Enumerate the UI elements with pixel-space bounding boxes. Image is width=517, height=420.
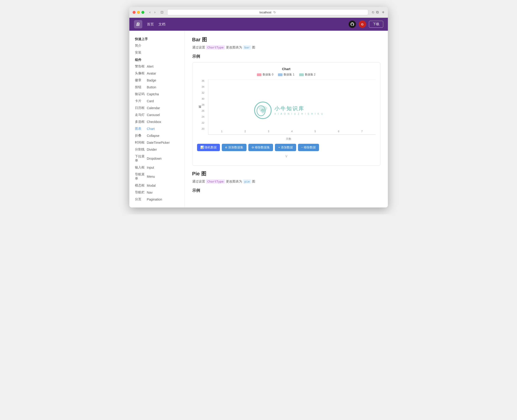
x-axis-title: 天数 xyxy=(202,137,376,141)
download-button[interactable]: 下载 xyxy=(369,21,383,28)
random-data-button[interactable]: 📊 随机数据 xyxy=(197,144,220,151)
add-dataset-label: 添加数据集 xyxy=(228,146,243,149)
legend-label-1: 数据集 1 xyxy=(284,73,294,77)
sidebar: 快速上手 简介 安装 组件 警告框 Alert 头像框 Avatar 徽章 Ba… xyxy=(129,31,185,208)
legend-item-2: 数据集 2 xyxy=(299,73,316,77)
add-data-icon: + xyxy=(278,146,280,149)
traffic-lights xyxy=(133,11,144,14)
chart-with-axes: 数值 xyxy=(197,79,376,141)
y-label-2: 32 xyxy=(202,91,206,94)
y-label-3: 30 xyxy=(202,98,206,100)
sidebar-item-input[interactable]: 输入框 Input xyxy=(129,164,185,171)
sidebar-item-button[interactable]: 按钮 Button xyxy=(129,84,185,91)
bar-chart-container: Chart 数据集 0 数据集 1 数据集 2 xyxy=(192,62,380,166)
bar-section-title: Bar 图 xyxy=(192,36,380,43)
y-label-1: 34 xyxy=(202,85,206,88)
app-logo: B xyxy=(134,20,142,28)
add-dataset-icon: ⊕ xyxy=(225,146,227,149)
x-label-3: 3 xyxy=(257,130,280,135)
sidebar-item-carousel[interactable]: 走马灯 Carousel xyxy=(129,112,185,118)
add-dataset-button[interactable]: ⊕ 添加数据集 xyxy=(222,144,247,151)
legend-color-2 xyxy=(299,73,304,76)
x-label-7: 7 xyxy=(350,130,374,135)
browser-titlebar: ‹ › ⊡ localhost ↻ ⎋ ⧉ + xyxy=(129,7,388,18)
legend-item-0: 数据集 0 xyxy=(257,73,273,77)
y-axis: 20 22 24 26 28 30 32 34 36 xyxy=(202,79,208,135)
y-label-5: 26 xyxy=(202,109,206,112)
legend-label-2: 数据集 2 xyxy=(305,73,316,77)
chart-actions: 📊 随机数据 ⊕ 添加数据集 ⊖ 移除数据集 + 添加数据 xyxy=(197,144,376,151)
chart-area: 1 2 3 4 5 6 7 xyxy=(208,79,376,135)
sidebar-item-avatar[interactable]: 头像框 Avatar xyxy=(129,70,185,77)
remove-data-label: 移除数据 xyxy=(304,146,316,149)
y-label-4: 28 xyxy=(202,103,206,106)
sidebar-item-chart[interactable]: 图表 Chart xyxy=(129,125,185,132)
remove-data-button[interactable]: − 移除数据 xyxy=(298,144,319,151)
legend-item-1: 数据集 1 xyxy=(278,73,294,77)
bars-area xyxy=(208,79,376,130)
reload-icon[interactable]: ↻ xyxy=(273,10,276,14)
remove-dataset-icon: ⊖ xyxy=(252,146,254,149)
share-button[interactable]: ⎋ xyxy=(372,10,374,14)
app-header: B 首页 文档 G 下载 xyxy=(129,18,388,31)
y-label-0: 36 xyxy=(202,79,206,82)
sidebar-item-intro[interactable]: 简介 xyxy=(129,42,185,49)
bar-section-desc: 通过设置 ChartType 更改图表为 bar 图 xyxy=(192,45,380,50)
sidebar-item-calendar[interactable]: 日历框 Calendar xyxy=(129,105,185,112)
x-axis-labels: 1 2 3 4 5 6 7 xyxy=(208,130,376,135)
legend-color-1 xyxy=(278,73,283,76)
sidebar-item-datetimepicker[interactable]: 时间框 DateTimePicker xyxy=(129,139,185,146)
sidebar-item-nav[interactable]: 导航栏 Nav xyxy=(129,189,185,196)
random-data-icon: 📊 xyxy=(200,146,204,149)
y-label-6: 24 xyxy=(202,115,206,118)
y-axis-title-container: 数值 xyxy=(197,79,202,141)
sidebar-item-checkbox[interactable]: 多选框 Checkbox xyxy=(129,118,185,125)
y-label-8: 20 xyxy=(202,128,206,130)
forward-button[interactable]: › xyxy=(153,10,157,15)
sidebar-item-pagination[interactable]: 分页 Pagination xyxy=(129,196,185,203)
header-right: G 下载 xyxy=(349,21,383,28)
remove-data-icon: − xyxy=(301,146,303,149)
sidebar-item-captcha[interactable]: 验证码 Captcha xyxy=(129,91,185,98)
x-label-6: 6 xyxy=(327,130,350,135)
nav-home[interactable]: 首页 xyxy=(147,22,154,27)
sidebar-item-badge[interactable]: 徽章 Badge xyxy=(129,77,185,84)
chevron-down-icon: ∨ xyxy=(285,153,288,158)
add-tab-button[interactable]: + xyxy=(382,10,385,15)
pie-charttype-prop: ChartType xyxy=(206,179,225,184)
chart-legend: 数据集 0 数据集 1 数据集 2 xyxy=(197,73,376,77)
sidebar-item-card[interactable]: 卡片 Card xyxy=(129,98,185,105)
example-label: 示例 xyxy=(192,54,380,59)
sidebar-item-menu[interactable]: 导航菜单 Menu xyxy=(129,171,185,182)
github-icon[interactable] xyxy=(349,21,356,28)
sidebar-item-modal[interactable]: 模态框 Modal xyxy=(129,182,185,189)
add-data-button[interactable]: + 添加数据 xyxy=(275,144,296,151)
chart-inner: 牛 小牛知识库 X I A O N I U Z H I S H I K U xyxy=(202,79,376,141)
back-button[interactable]: ‹ xyxy=(148,10,152,15)
gitee-icon[interactable]: G xyxy=(359,21,366,28)
tab-view-button[interactable]: ⊡ xyxy=(159,10,165,15)
chart-title: Chart xyxy=(197,67,376,71)
sidebar-item-alert[interactable]: 警告框 Alert xyxy=(129,63,185,70)
pie-section-desc: 通过设置 ChartType 更改图表为 pie 图 xyxy=(192,180,380,184)
address-bar[interactable]: localhost ↻ xyxy=(167,9,368,15)
y-label-7: 22 xyxy=(202,121,206,124)
sidebar-section-quickstart: 快速上手 xyxy=(129,35,185,42)
scroll-indicator: ∨ xyxy=(197,151,376,161)
sidebar-item-dropdown[interactable]: 下拉菜单 Dropdown xyxy=(129,153,185,164)
sidebar-item-collapse[interactable]: 折叠 Collapse xyxy=(129,132,185,139)
nav-docs[interactable]: 文档 xyxy=(158,22,165,27)
pie-section-title: Pie 图 xyxy=(192,170,380,177)
maximize-button[interactable] xyxy=(141,11,144,14)
remove-dataset-button[interactable]: ⊖ 移除数据集 xyxy=(248,144,273,151)
browser-actions: ⎋ ⧉ xyxy=(372,10,379,14)
bar-chart: 20 22 24 26 28 30 32 34 36 xyxy=(202,79,376,135)
close-button[interactable] xyxy=(133,11,136,14)
legend-color-0 xyxy=(257,73,262,76)
sidebar-item-install[interactable]: 安装 xyxy=(129,49,185,56)
sidebar-item-divider[interactable]: 分割线 Divider xyxy=(129,146,185,153)
copy-button[interactable]: ⧉ xyxy=(376,10,379,14)
x-label-5: 5 xyxy=(304,130,327,135)
minimize-button[interactable] xyxy=(137,11,140,14)
pie-value: pie xyxy=(243,179,251,184)
